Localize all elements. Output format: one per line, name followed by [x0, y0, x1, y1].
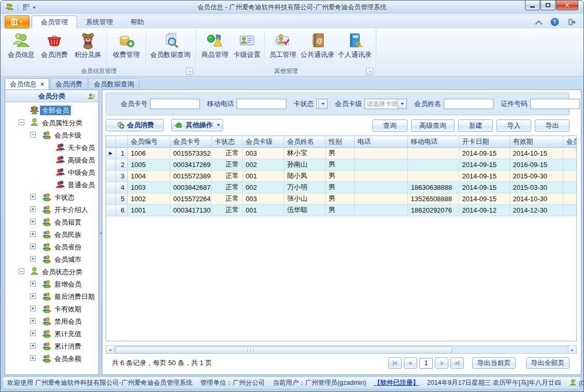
tree-item[interactable]: +卡状态 — [5, 191, 98, 203]
table-header-cell[interactable]: 会员编号 — [127, 136, 170, 147]
tree-item[interactable]: +禁用会员 — [5, 315, 98, 327]
table-cell[interactable]: 陆小凤 — [284, 170, 325, 182]
table-row[interactable]: 310040015572389正常001陆小凤男2014-09-152015-0… — [106, 170, 576, 182]
table-cell[interactable]: 张小山 — [284, 193, 325, 204]
table-cell[interactable]: 男 — [325, 159, 354, 170]
table-cell[interactable]: 正常 — [211, 170, 242, 182]
tree-item[interactable]: −会员状态分类 — [5, 265, 98, 278]
table-cell[interactable]: 男 — [325, 147, 354, 159]
table-cell[interactable] — [354, 170, 407, 182]
tree-item[interactable]: +开卡介绍人 — [5, 203, 98, 216]
expand-icon[interactable]: + — [30, 306, 36, 311]
table-cell[interactable]: 林小宝 — [284, 147, 325, 159]
tree-item[interactable]: +会员民族 — [5, 228, 98, 240]
tree-item[interactable]: 普通会员 — [5, 178, 98, 191]
scroll-right-button[interactable]: ► — [568, 346, 576, 353]
expand-icon[interactable]: + — [30, 355, 36, 361]
table-cell[interactable]: 2014-09-15 — [459, 170, 509, 182]
table-cell[interactable]: 万小明 — [284, 182, 325, 193]
new-button[interactable]: 新建 — [458, 119, 493, 132]
table-header-cell[interactable]: 性别 — [325, 136, 354, 147]
doc-tab[interactable]: 会员数据查询 — [89, 78, 139, 89]
advanced-query-button[interactable]: 高级查询 — [411, 119, 455, 132]
table-cell[interactable]: 正常 — [211, 159, 242, 170]
member-card-no-input[interactable] — [150, 99, 200, 109]
chevron-down-icon[interactable] — [398, 99, 406, 109]
ribbon-button-public-contacts[interactable]: @公共通讯录 — [299, 31, 336, 66]
table-cell[interactable]: 伍华聪 — [284, 204, 325, 216]
table-cell[interactable]: 2015-09-30 — [509, 170, 563, 182]
table-header-cell[interactable] — [106, 136, 115, 147]
table-header-cell[interactable]: 会员姓名 — [284, 136, 325, 147]
table-header-cell[interactable]: 会员余额 — [563, 136, 576, 147]
table-cell[interactable]: 2014-10-30 — [509, 193, 563, 204]
doc-tab[interactable]: 会员消费 — [50, 78, 87, 89]
import-button[interactable]: 导入 — [497, 119, 531, 132]
table-row[interactable]: 210050003417269正常002孙南山男2014-09-152016-0… — [106, 159, 576, 170]
export-current-page-button[interactable]: 导出当前页 — [472, 357, 516, 369]
tree-item[interactable]: +新增会员 — [5, 278, 98, 290]
table-header-cell[interactable] — [115, 136, 127, 147]
ribbon-button-member-info[interactable]: 会员信息 — [5, 31, 38, 66]
table-cell[interactable]: 2016-09-15 — [509, 159, 563, 170]
expand-icon[interactable]: + — [30, 343, 36, 349]
ribbon-button-member-consume[interactable]: 会员消费 — [38, 31, 71, 66]
ribbon-tab[interactable]: 会员管理 — [32, 16, 77, 28]
table-cell[interactable]: 男 — [325, 193, 354, 204]
scroll-thumb[interactable] — [115, 346, 452, 354]
table-cell[interactable]: 003 — [242, 147, 284, 159]
table-cell[interactable] — [407, 170, 459, 182]
collapse-icon[interactable]: − — [19, 119, 24, 125]
table-cell[interactable]: 18630638888 — [407, 182, 459, 193]
table-cell[interactable]: 001 — [242, 170, 284, 182]
table-cell[interactable]: 0015572389 — [170, 170, 211, 182]
table-cell[interactable]: 002 — [242, 159, 284, 170]
ribbon-tab[interactable]: 系统管理 — [77, 16, 122, 28]
table-cell[interactable]: 2014-09-15 — [459, 159, 509, 170]
table-cell[interactable]: 正常 — [211, 204, 242, 216]
expand-icon[interactable]: + — [30, 206, 36, 212]
maximize-button[interactable] — [541, 1, 556, 10]
dialog-launcher-icon[interactable]: ↘ — [186, 68, 193, 75]
table-header-cell[interactable]: 电话 — [354, 136, 407, 147]
table-cell[interactable]: 2014-09-15 — [459, 193, 509, 204]
table-cell[interactable] — [407, 159, 459, 170]
table-cell[interactable]: 13526508888 — [407, 193, 459, 204]
next-page-button[interactable]: > — [435, 357, 448, 369]
app-menu-button[interactable] — [5, 16, 30, 28]
export-button[interactable]: 导出 — [535, 119, 570, 132]
table-cell[interactable] — [354, 159, 407, 170]
tree-item[interactable]: 中级会员 — [5, 166, 98, 178]
tree-item[interactable]: +会员余额 — [5, 352, 98, 365]
expand-icon[interactable]: + — [30, 244, 36, 249]
table-cell[interactable]: 003 — [242, 193, 284, 204]
query-button[interactable]: 查询 — [372, 119, 407, 132]
table-header-cell[interactable]: 移动电话 — [407, 136, 459, 147]
tree-item[interactable]: −会员卡级 — [5, 129, 98, 141]
card-status-select[interactable] — [316, 99, 328, 109]
table-header-cell[interactable]: 会员卡级 — [242, 136, 284, 147]
table-cell[interactable]: 0015573352 — [170, 147, 211, 159]
chevron-down-icon[interactable] — [318, 99, 327, 109]
table-cell[interactable]: 0003842687 — [170, 182, 211, 193]
tree-item[interactable]: +会员城市 — [5, 253, 98, 265]
ribbon-button-goods-manage[interactable]: 商品管理 — [199, 31, 231, 66]
collapse-ribbon-icon[interactable] — [535, 20, 543, 27]
expand-icon[interactable]: + — [30, 231, 36, 237]
table-cell[interactable]: 男 — [325, 182, 354, 193]
table-cell[interactable]: 男 — [325, 170, 354, 182]
table-row[interactable]: 510020015572264正常003张小山男135265088882014-… — [106, 193, 576, 204]
expand-icon[interactable]: + — [30, 219, 36, 224]
table-cell[interactable] — [563, 170, 576, 182]
table-cell[interactable]: 2014-12-30 — [509, 204, 563, 216]
dialog-launcher-icon[interactable]: ↘ — [366, 68, 373, 75]
table-cell[interactable]: 2014-09-12 — [459, 204, 509, 216]
expand-icon[interactable]: + — [30, 293, 36, 299]
expand-icon[interactable]: + — [30, 194, 36, 200]
tree-item[interactable]: +累计消费 — [5, 340, 98, 352]
table-cell[interactable]: 18620292076 — [407, 204, 459, 216]
table-cell[interactable] — [354, 204, 407, 216]
table-cell[interactable]: 0003417130 — [170, 204, 211, 216]
export-all-pages-button[interactable]: 导出全部页 — [526, 357, 570, 369]
tree-item[interactable]: 无卡会员 — [5, 141, 98, 154]
